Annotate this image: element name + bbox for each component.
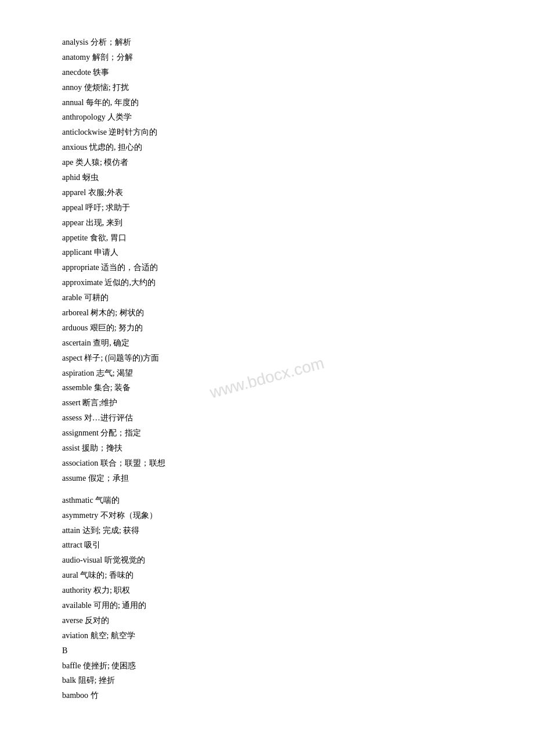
vocab-item: aviation 航空; 航空学 <box>62 628 472 643</box>
section-break <box>62 486 472 493</box>
vocab-item: applicant 申请人 <box>62 245 472 260</box>
vocab-item: appropriate 适当的，合适的 <box>62 260 472 275</box>
vocab-item: authority 权力; 职权 <box>62 583 472 598</box>
vocab-item: assess 对…进行评估 <box>62 411 472 426</box>
vocab-item: arduous 艰巨的; 努力的 <box>62 321 472 336</box>
vocab-item: arable 可耕的 <box>62 290 472 305</box>
vocab-item: arboreal 树木的; 树状的 <box>62 305 472 321</box>
vocab-item: balk 阻碍; 挫折 <box>62 673 472 688</box>
vocab-item: apparel 衣服;外表 <box>62 185 472 200</box>
vocab-item: aphid 蚜虫 <box>62 170 472 185</box>
vocab-item: anecdote 轶事 <box>62 65 472 80</box>
vocab-item: audio-visual 听觉视觉的 <box>62 553 472 568</box>
vocab-item: ascertain 查明, 确定 <box>62 336 472 351</box>
vocab-item: appeal 呼吁; 求助于 <box>62 200 472 215</box>
vocab-item: asthmatic 气喘的 <box>62 493 472 508</box>
vocab-item: annual 每年的, 年度的 <box>62 95 472 110</box>
vocab-item: assume 假定；承担 <box>62 471 472 486</box>
vocab-item: aspiration 志气; 渴望 <box>62 366 472 381</box>
vocab-item: ape 类人猿; 模仿者 <box>62 155 472 170</box>
vocab-item: B <box>62 643 472 658</box>
vocab-item: analysis 分析；解析 <box>62 35 472 50</box>
vocab-item: anticlockwise 逆时针方向的 <box>62 125 472 140</box>
vocab-item: association 联合；联盟；联想 <box>62 456 472 471</box>
vocab-item: aural 气味的; 香味的 <box>62 568 472 583</box>
vocab-item: assignment 分配；指定 <box>62 426 472 441</box>
vocab-item: averse 反对的 <box>62 613 472 628</box>
vocab-item: asymmetry 不对称（现象） <box>62 508 472 523</box>
vocab-list: analysis 分析；解析anatomy 解剖；分解anecdote 轶事an… <box>62 35 472 703</box>
vocab-item: approximate 近似的,大约的 <box>62 275 472 290</box>
vocab-item: assert 断言;维护 <box>62 395 472 411</box>
vocab-item: appetite 食欲, 胃口 <box>62 231 472 246</box>
vocab-item: assist 援助；搀扶 <box>62 441 472 456</box>
vocab-item: attract 吸引 <box>62 538 472 553</box>
vocab-item: anxious 忧虑的, 担心的 <box>62 140 472 155</box>
vocab-item: attain 达到; 完成; 获得 <box>62 523 472 538</box>
vocab-item: assemble 集合; 装备 <box>62 380 472 395</box>
vocab-item: annoy 使烦恼; 打扰 <box>62 80 472 95</box>
vocab-item: anatomy 解剖；分解 <box>62 50 472 65</box>
vocab-item: appear 出现, 来到 <box>62 215 472 231</box>
vocab-item: anthropology 人类学 <box>62 110 472 125</box>
vocab-item: aspect 样子; (问题等的)方面 <box>62 351 472 366</box>
vocab-item: bamboo 竹 <box>62 688 472 703</box>
vocab-item: available 可用的; 通用的 <box>62 598 472 613</box>
vocab-item: baffle 使挫折; 使困惑 <box>62 658 472 674</box>
